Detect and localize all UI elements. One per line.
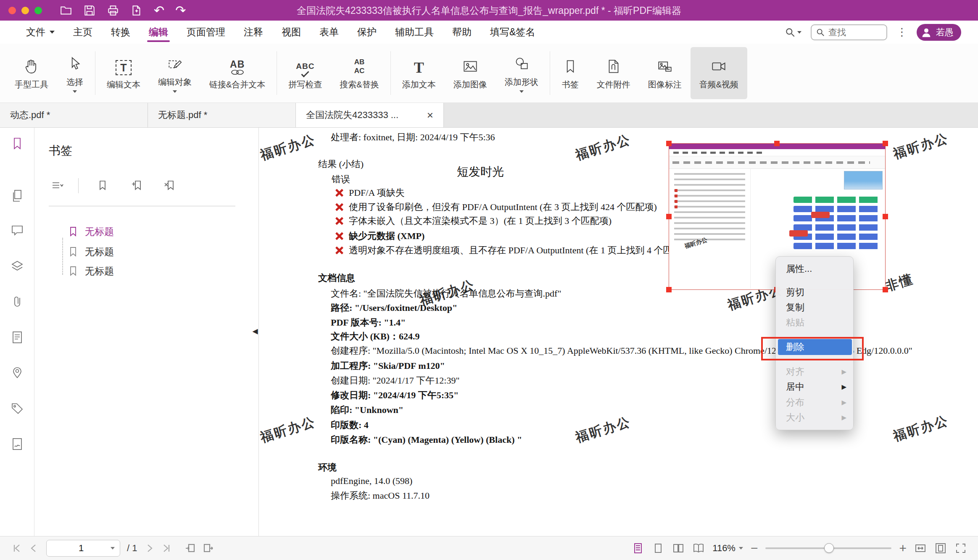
edit-object-button[interactable]: 编辑对象 <box>149 47 200 99</box>
advanced-search-icon[interactable] <box>785 27 801 38</box>
pdf-page[interactable]: 福昕办公 福昕办公 福昕办公 福昕办公 福昕办公 福昕办公 福昕办公 福昕办公 … <box>259 128 978 536</box>
minimize-window-button[interactable] <box>21 7 29 14</box>
bookmark-button[interactable]: 书签 <box>553 47 588 99</box>
spell-check-button[interactable]: ABC 拼写检查 <box>279 47 331 99</box>
screenshot-detail <box>811 212 830 218</box>
menu-edit[interactable]: 编辑 <box>140 21 177 44</box>
more-options-icon[interactable]: ⋮ <box>896 26 907 39</box>
edit-text-button[interactable]: T 编辑文本 <box>98 47 149 99</box>
zoom-in-button[interactable]: + <box>899 542 907 555</box>
selection-handle[interactable] <box>774 141 780 146</box>
find-search-box[interactable] <box>811 24 887 40</box>
zoom-slider-knob[interactable] <box>824 543 834 553</box>
delete-bookmark-icon[interactable] <box>163 179 177 192</box>
menu-fill-sign[interactable]: 填写&签名 <box>481 21 544 44</box>
tab-current-document[interactable]: 全国法院失4233333 ... × <box>296 103 444 127</box>
audio-video-button[interactable]: 音频&视频 <box>691 47 747 99</box>
view-mode-facing-button[interactable] <box>672 542 685 555</box>
context-menu-center[interactable]: 居中▶ <box>776 379 853 395</box>
selection-handle[interactable] <box>883 287 888 292</box>
previous-page-button[interactable] <box>29 543 40 554</box>
new-document-icon[interactable] <box>130 4 143 17</box>
menu-file[interactable]: 文件 <box>17 21 64 44</box>
search-input[interactable] <box>828 27 878 37</box>
print-icon[interactable] <box>107 4 119 17</box>
spell-check-icon: ABC <box>296 56 314 75</box>
last-page-button[interactable] <box>161 543 172 554</box>
attachments-panel-icon[interactable] <box>10 294 25 309</box>
pages-panel-icon[interactable] <box>10 188 25 203</box>
selection-handle[interactable] <box>666 141 672 146</box>
menu-accessibility[interactable]: 辅助工具 <box>386 21 443 44</box>
search-icon <box>816 28 825 37</box>
select-tool-button[interactable]: 选择 <box>57 47 92 99</box>
menu-help[interactable]: 帮助 <box>443 21 481 44</box>
page-number-box[interactable] <box>46 540 120 557</box>
fullscreen-button[interactable] <box>954 542 967 555</box>
menu-home[interactable]: 主页 <box>64 21 102 44</box>
doc-info-line: 创建日期: "2024/1/17 下午12:39" <box>331 374 459 387</box>
undo-icon[interactable]: ↶ <box>154 4 164 17</box>
tab-dongtai[interactable]: 动态.pdf * <box>0 103 148 127</box>
panel-collapse-handle[interactable]: ◀ <box>251 322 259 340</box>
attachment-icon <box>605 56 622 75</box>
bookmark-item[interactable]: 无标题 <box>67 262 114 280</box>
menu-convert[interactable]: 转换 <box>102 21 140 44</box>
save-icon[interactable] <box>83 4 96 17</box>
tab-untitled[interactable]: 无标题.pdf * <box>148 103 296 127</box>
zoom-window-button[interactable] <box>34 7 42 14</box>
fit-page-button[interactable] <box>934 542 947 555</box>
context-menu-copy[interactable]: 复制 <box>776 300 853 315</box>
page-number-input[interactable] <box>52 543 111 554</box>
selection-handle[interactable] <box>883 214 888 219</box>
error-x-icon <box>335 217 343 225</box>
add-bookmark-icon[interactable] <box>130 179 144 192</box>
hand-tool-button[interactable]: 手型工具 <box>6 47 57 99</box>
view-mode-single-button[interactable] <box>652 542 664 555</box>
next-page-button[interactable] <box>144 543 155 554</box>
menu-view[interactable]: 视图 <box>272 21 310 44</box>
expand-bookmark-icon[interactable] <box>96 179 109 192</box>
close-tab-icon[interactable]: × <box>427 110 433 121</box>
context-menu-cut[interactable]: 剪切 <box>776 284 853 300</box>
close-window-button[interactable] <box>8 7 16 14</box>
add-shape-button[interactable]: 添加形状 <box>496 47 547 99</box>
image-annotation-button[interactable]: 图像标注 <box>639 47 691 99</box>
search-replace-button[interactable]: ABAC 搜索&替换 <box>331 47 388 99</box>
menu-protect[interactable]: 保护 <box>348 21 386 44</box>
first-page-button[interactable] <box>11 543 22 554</box>
user-account-button[interactable]: 若愚 <box>917 24 961 41</box>
add-text-button[interactable]: T 添加文本 <box>393 47 445 99</box>
error-text: 缺少元数据 (XMP) <box>349 230 424 242</box>
previous-view-button[interactable] <box>185 543 196 554</box>
selection-handle[interactable] <box>666 287 672 292</box>
redo-icon[interactable]: ↷ <box>175 4 186 17</box>
fields-panel-icon[interactable] <box>10 330 25 345</box>
context-menu-properties[interactable]: 属性... <box>776 261 853 277</box>
view-mode-book-button[interactable] <box>692 542 705 555</box>
comments-panel-icon[interactable] <box>10 223 25 238</box>
open-file-icon[interactable] <box>60 4 72 17</box>
add-image-button[interactable]: 添加图像 <box>445 47 496 99</box>
zoom-slider[interactable] <box>765 547 891 549</box>
link-join-text-button[interactable]: AB 链接&合并文本 <box>200 47 274 99</box>
menu-form[interactable]: 表单 <box>310 21 348 44</box>
next-view-button[interactable] <box>203 543 214 554</box>
file-attachment-button[interactable]: 文件附件 <box>588 47 639 99</box>
zoom-level-dropdown[interactable]: 116% <box>712 543 743 554</box>
selection-handle[interactable] <box>883 141 888 146</box>
bookmark-options-icon[interactable] <box>50 179 64 192</box>
tags-panel-icon[interactable] <box>10 401 25 416</box>
destinations-panel-icon[interactable] <box>10 365 25 380</box>
view-mode-continuous-button[interactable] <box>632 542 644 555</box>
menu-comment[interactable]: 注释 <box>235 21 272 44</box>
selection-handle[interactable] <box>666 214 672 219</box>
fit-width-button[interactable] <box>914 542 927 555</box>
bookmarks-panel-icon[interactable] <box>10 136 25 151</box>
bookmark-item[interactable]: 无标题 <box>67 243 114 260</box>
layers-panel-icon[interactable] <box>10 259 25 274</box>
bookmark-item[interactable]: 无标题 <box>67 223 114 240</box>
menu-page-management[interactable]: 页面管理 <box>177 21 235 44</box>
zoom-out-button[interactable]: − <box>751 542 758 555</box>
signatures-panel-icon[interactable] <box>10 436 25 452</box>
